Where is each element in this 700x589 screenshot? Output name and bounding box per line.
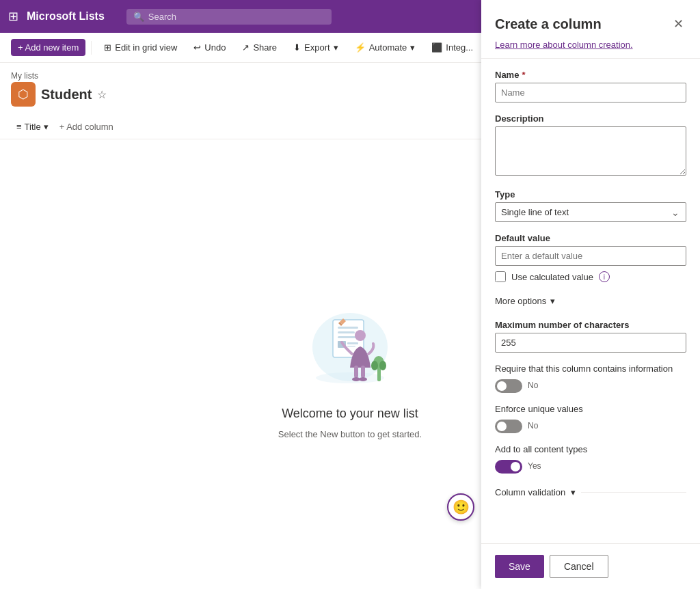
automate-button[interactable]: ⚡ Automate ▾ <box>348 39 422 56</box>
add-new-item-button[interactable]: + Add new item <box>11 39 85 56</box>
description-input[interactable] <box>495 126 686 176</box>
list-icon: ⬡ <box>18 87 29 102</box>
search-bar[interactable]: 🔍 Search <box>126 9 332 25</box>
use-calculated-checkbox[interactable] <box>495 271 506 282</box>
integrate-icon: ⬛ <box>431 42 442 53</box>
max-chars-label: Maximum number of characters <box>495 320 686 330</box>
share-label: Share <box>253 42 277 53</box>
type-field-group: Type Single line of text Multiple lines … <box>495 189 686 222</box>
text-column-icon: ≡ <box>16 122 22 132</box>
column-validation-label: Column validation <box>495 487 565 497</box>
svg-point-13 <box>359 377 367 381</box>
panel-body: Name * Description Type Single line of t… <box>481 59 700 543</box>
chat-bubble-icon: 🙂 <box>453 499 470 515</box>
name-label: Name * <box>495 70 686 80</box>
integrate-button[interactable]: ⬛ Integ... <box>425 39 480 56</box>
svg-point-17 <box>379 361 386 370</box>
more-options-chevron-icon: ▾ <box>550 296 555 306</box>
svg-rect-10 <box>354 366 358 378</box>
learn-more-link[interactable]: Learn more about column creation. <box>495 40 686 50</box>
use-calculated-row: Use calculated value i <box>495 271 686 282</box>
empty-illustration <box>295 289 405 398</box>
chat-bubble-button[interactable]: 🙂 <box>447 493 474 521</box>
default-value-label: Default value <box>495 233 686 243</box>
require-toggle[interactable] <box>495 379 522 393</box>
add-content-toggle-row: Add to all content types Yes <box>495 444 686 474</box>
type-label: Type <box>495 189 686 200</box>
type-select[interactable]: Single line of text Multiple lines of te… <box>495 202 686 222</box>
divider-line <box>581 492 686 493</box>
enforce-unique-label: Enforce unique values <box>495 404 686 414</box>
favorite-icon[interactable]: ☆ <box>97 88 107 101</box>
app-title: Microsoft Lists <box>27 10 105 23</box>
require-toggle-no: No <box>528 381 538 390</box>
save-button[interactable]: Save <box>495 555 544 578</box>
svg-rect-7 <box>347 342 358 344</box>
svg-rect-11 <box>361 366 365 378</box>
column-validation-chevron-icon: ▾ <box>571 487 576 497</box>
list-name: Student <box>41 87 92 102</box>
default-value-field-group: Default value Use calculated value i <box>495 233 686 282</box>
share-button[interactable]: ↗ Share <box>235 39 284 56</box>
description-label: Description <box>495 113 686 124</box>
waffle-icon[interactable]: ⊞ <box>8 9 18 24</box>
add-content-toggle[interactable] <box>495 460 522 474</box>
undo-button[interactable]: ↩ Undo <box>187 39 232 56</box>
empty-subtitle: Select the New button to get started. <box>278 429 422 439</box>
add-content-label: Add to all content types <box>495 444 686 454</box>
export-label: Export <box>304 42 330 53</box>
require-toggle-row: Require that this column contains inform… <box>495 364 686 393</box>
more-options-label: More options <box>495 296 546 306</box>
automate-label: Automate <box>369 42 407 53</box>
description-field-group: Description <box>495 113 686 178</box>
more-options-button[interactable]: More options ▾ <box>495 293 555 309</box>
automate-icon: ⚡ <box>355 42 366 53</box>
enforce-unique-toggle[interactable] <box>495 420 522 433</box>
export-button[interactable]: ⬇ Export ▾ <box>286 39 345 56</box>
title-column[interactable]: ≡ Title ▾ <box>11 119 54 135</box>
title-column-label: Title <box>25 122 41 132</box>
panel-title-row: Create a column ✕ <box>495 14 686 34</box>
svg-rect-4 <box>338 331 355 333</box>
enforce-unique-toggle-no: No <box>528 421 538 430</box>
enforce-unique-toggle-slider <box>495 420 522 433</box>
name-field-group: Name * <box>495 70 686 102</box>
add-column-button[interactable]: + Add column <box>54 119 119 135</box>
share-icon: ↗ <box>242 42 250 53</box>
export-icon: ⬇ <box>293 42 301 53</box>
grid-icon: ⊞ <box>104 42 111 53</box>
toolbar-separator-1 <box>91 41 92 55</box>
export-chevron-icon: ▾ <box>334 42 338 53</box>
edit-grid-view-label: Edit in grid view <box>115 42 177 53</box>
panel-title: Create a column <box>495 16 602 32</box>
undo-label: Undo <box>204 42 226 53</box>
svg-point-16 <box>371 361 378 370</box>
search-icon: 🔍 <box>133 12 144 22</box>
max-chars-input[interactable] <box>495 333 686 353</box>
title-column-chevron-icon: ▾ <box>44 122 49 132</box>
name-input[interactable] <box>495 83 686 102</box>
calculated-info-icon[interactable]: i <box>599 271 610 282</box>
max-chars-field-group: Maximum number of characters <box>495 320 686 353</box>
add-content-toggle-yes: Yes <box>528 461 541 471</box>
add-content-toggle-slider <box>495 460 522 474</box>
use-calculated-label: Use calculated value <box>511 272 593 282</box>
list-icon-box: ⬡ <box>11 82 36 107</box>
require-label: Require that this column contains inform… <box>495 364 686 374</box>
enforce-unique-toggle-row: Enforce unique values No <box>495 404 686 433</box>
create-column-panel: Create a column ✕ Learn more about colum… <box>481 0 700 589</box>
type-select-wrapper: Single line of text Multiple lines of te… <box>495 202 686 222</box>
default-value-input[interactable] <box>495 246 686 266</box>
svg-rect-5 <box>338 336 357 338</box>
column-validation-button[interactable]: Column validation ▾ <box>495 484 686 500</box>
integrate-label: Integ... <box>446 42 473 53</box>
search-placeholder: Search <box>148 12 176 22</box>
edit-grid-view-button[interactable]: ⊞ Edit in grid view <box>97 39 184 56</box>
add-column-label: + Add column <box>59 122 113 132</box>
svg-rect-8 <box>347 346 355 347</box>
require-toggle-slider <box>495 379 522 393</box>
undo-icon: ↩ <box>193 42 201 53</box>
automate-chevron-icon: ▾ <box>410 42 415 53</box>
panel-close-button[interactable]: ✕ <box>671 14 686 34</box>
cancel-button[interactable]: Cancel <box>550 555 608 578</box>
